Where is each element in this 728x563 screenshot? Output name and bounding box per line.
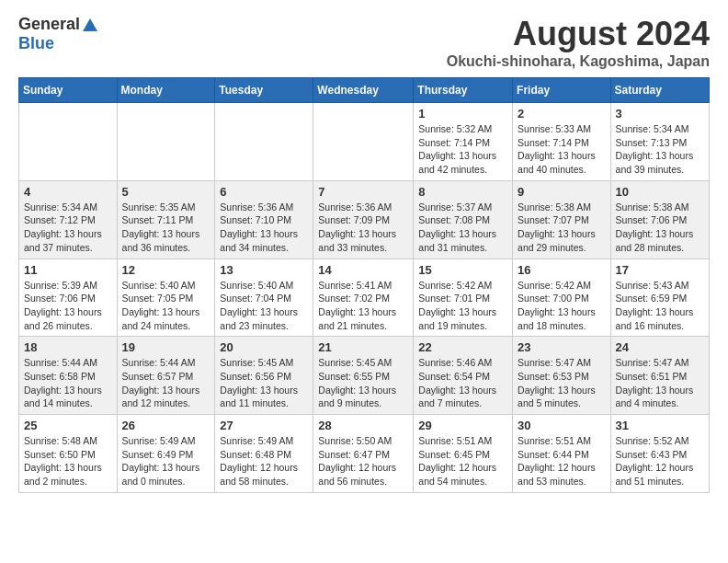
day-number: 27 xyxy=(220,419,308,432)
day-info: Sunrise: 5:40 AMSunset: 7:05 PMDaylight:… xyxy=(122,279,210,333)
table-row: 30Sunrise: 5:51 AMSunset: 6:44 PMDayligh… xyxy=(513,415,611,493)
day-info: Sunrise: 5:41 AMSunset: 7:02 PMDaylight:… xyxy=(318,279,408,333)
table-row: 26Sunrise: 5:49 AMSunset: 6:49 PMDayligh… xyxy=(117,415,215,493)
day-number: 15 xyxy=(418,263,507,277)
day-info: Sunrise: 5:51 AMSunset: 6:44 PMDaylight:… xyxy=(518,434,606,488)
page-header: General Blue August 2024 Okuchi-shinohar… xyxy=(18,15,710,70)
table-row: 5Sunrise: 5:35 AMSunset: 7:11 PMDaylight… xyxy=(117,180,215,259)
day-number: 1 xyxy=(418,107,507,121)
day-info: Sunrise: 5:44 AMSunset: 6:57 PMDaylight:… xyxy=(122,356,210,410)
day-info: Sunrise: 5:44 AMSunset: 6:58 PMDaylight:… xyxy=(24,356,112,410)
logo-blue: Blue xyxy=(18,34,54,52)
header-thursday: Thursday xyxy=(414,78,513,103)
table-row: 28Sunrise: 5:50 AMSunset: 6:47 PMDayligh… xyxy=(313,415,414,493)
day-info: Sunrise: 5:40 AMSunset: 7:04 PMDaylight:… xyxy=(220,279,308,333)
header-monday: Monday xyxy=(117,78,215,103)
table-row: 16Sunrise: 5:42 AMSunset: 7:00 PMDayligh… xyxy=(513,259,611,337)
day-number: 5 xyxy=(122,185,210,199)
day-info: Sunrise: 5:48 AMSunset: 6:50 PMDaylight:… xyxy=(24,434,112,488)
title-area: August 2024 Okuchi-shinohara, Kagoshima,… xyxy=(447,15,710,70)
day-info: Sunrise: 5:38 AMSunset: 7:07 PMDaylight:… xyxy=(518,201,606,255)
month-title: August 2024 xyxy=(447,15,710,53)
table-row: 8Sunrise: 5:37 AMSunset: 7:08 PMDaylight… xyxy=(414,180,513,259)
day-info: Sunrise: 5:47 AMSunset: 6:53 PMDaylight:… xyxy=(518,356,606,410)
day-info: Sunrise: 5:39 AMSunset: 7:06 PMDaylight:… xyxy=(24,279,112,333)
calendar-week-row: 1Sunrise: 5:32 AMSunset: 7:14 PMDaylight… xyxy=(19,103,710,181)
day-number: 22 xyxy=(418,340,507,354)
table-row: 14Sunrise: 5:41 AMSunset: 7:02 PMDayligh… xyxy=(313,259,414,337)
logo: General Blue xyxy=(18,15,98,53)
table-row: 20Sunrise: 5:45 AMSunset: 6:56 PMDayligh… xyxy=(215,337,313,415)
day-number: 18 xyxy=(24,340,112,354)
day-number: 6 xyxy=(220,185,308,199)
table-row: 4Sunrise: 5:34 AMSunset: 7:12 PMDaylight… xyxy=(19,180,118,259)
table-row: 9Sunrise: 5:38 AMSunset: 7:07 PMDaylight… xyxy=(513,180,611,259)
svg-marker-0 xyxy=(83,18,97,31)
table-row: 27Sunrise: 5:49 AMSunset: 6:48 PMDayligh… xyxy=(215,415,313,493)
table-row: 25Sunrise: 5:48 AMSunset: 6:50 PMDayligh… xyxy=(19,415,118,493)
table-row: 31Sunrise: 5:52 AMSunset: 6:43 PMDayligh… xyxy=(610,415,709,493)
table-row: 24Sunrise: 5:47 AMSunset: 6:51 PMDayligh… xyxy=(610,337,709,415)
day-info: Sunrise: 5:33 AMSunset: 7:14 PMDaylight:… xyxy=(518,122,606,177)
day-number: 30 xyxy=(518,419,606,432)
day-info: Sunrise: 5:49 AMSunset: 6:49 PMDaylight:… xyxy=(122,434,210,488)
day-info: Sunrise: 5:38 AMSunset: 7:06 PMDaylight:… xyxy=(616,201,704,255)
table-row: 2Sunrise: 5:33 AMSunset: 7:14 PMDaylight… xyxy=(513,103,611,181)
day-number: 8 xyxy=(418,185,507,199)
day-info: Sunrise: 5:52 AMSunset: 6:43 PMDaylight:… xyxy=(616,434,704,488)
day-info: Sunrise: 5:45 AMSunset: 6:55 PMDaylight:… xyxy=(318,356,408,410)
header-sunday: Sunday xyxy=(19,78,118,103)
day-number: 26 xyxy=(122,419,210,432)
table-row: 10Sunrise: 5:38 AMSunset: 7:06 PMDayligh… xyxy=(610,180,709,259)
table-row: 23Sunrise: 5:47 AMSunset: 6:53 PMDayligh… xyxy=(513,337,611,415)
table-row: 17Sunrise: 5:43 AMSunset: 6:59 PMDayligh… xyxy=(610,259,709,337)
day-number: 16 xyxy=(518,263,606,277)
table-row: 7Sunrise: 5:36 AMSunset: 7:09 PMDaylight… xyxy=(313,180,414,259)
day-number: 25 xyxy=(24,419,112,432)
table-row: 18Sunrise: 5:44 AMSunset: 6:58 PMDayligh… xyxy=(19,337,118,415)
calendar-week-row: 18Sunrise: 5:44 AMSunset: 6:58 PMDayligh… xyxy=(19,337,710,415)
day-number: 21 xyxy=(318,340,408,354)
day-number: 23 xyxy=(518,340,606,354)
day-number: 11 xyxy=(24,263,112,277)
day-info: Sunrise: 5:34 AMSunset: 7:12 PMDaylight:… xyxy=(24,201,112,255)
header-wednesday: Wednesday xyxy=(313,78,414,103)
table-row: 13Sunrise: 5:40 AMSunset: 7:04 PMDayligh… xyxy=(215,259,313,337)
table-row xyxy=(313,103,414,181)
day-info: Sunrise: 5:37 AMSunset: 7:08 PMDaylight:… xyxy=(418,201,507,255)
day-info: Sunrise: 5:45 AMSunset: 6:56 PMDaylight:… xyxy=(220,356,308,410)
day-number: 9 xyxy=(518,185,606,199)
day-info: Sunrise: 5:50 AMSunset: 6:47 PMDaylight:… xyxy=(318,434,408,488)
table-row: 1Sunrise: 5:32 AMSunset: 7:14 PMDaylight… xyxy=(414,103,513,181)
header-friday: Friday xyxy=(513,78,611,103)
day-info: Sunrise: 5:51 AMSunset: 6:45 PMDaylight:… xyxy=(418,434,507,488)
header-row: Sunday Monday Tuesday Wednesday Thursday… xyxy=(19,78,710,103)
day-info: Sunrise: 5:34 AMSunset: 7:13 PMDaylight:… xyxy=(616,122,704,177)
day-info: Sunrise: 5:36 AMSunset: 7:10 PMDaylight:… xyxy=(220,201,308,255)
calendar-week-row: 4Sunrise: 5:34 AMSunset: 7:12 PMDaylight… xyxy=(19,180,710,259)
table-row: 21Sunrise: 5:45 AMSunset: 6:55 PMDayligh… xyxy=(313,337,414,415)
day-number: 14 xyxy=(318,263,408,277)
table-row xyxy=(19,103,118,181)
table-row: 29Sunrise: 5:51 AMSunset: 6:45 PMDayligh… xyxy=(414,415,513,493)
calendar-week-row: 11Sunrise: 5:39 AMSunset: 7:06 PMDayligh… xyxy=(19,259,710,337)
calendar-table: Sunday Monday Tuesday Wednesday Thursday… xyxy=(18,77,710,493)
table-row: 11Sunrise: 5:39 AMSunset: 7:06 PMDayligh… xyxy=(19,259,118,337)
table-row: 3Sunrise: 5:34 AMSunset: 7:13 PMDaylight… xyxy=(610,103,709,181)
day-info: Sunrise: 5:47 AMSunset: 6:51 PMDaylight:… xyxy=(616,356,704,410)
table-row xyxy=(117,103,215,181)
table-row: 15Sunrise: 5:42 AMSunset: 7:01 PMDayligh… xyxy=(414,259,513,337)
day-info: Sunrise: 5:32 AMSunset: 7:14 PMDaylight:… xyxy=(418,122,507,177)
day-number: 31 xyxy=(616,419,704,432)
table-row: 22Sunrise: 5:46 AMSunset: 6:54 PMDayligh… xyxy=(414,337,513,415)
day-info: Sunrise: 5:36 AMSunset: 7:09 PMDaylight:… xyxy=(318,201,408,255)
day-number: 17 xyxy=(616,263,704,277)
day-info: Sunrise: 5:35 AMSunset: 7:11 PMDaylight:… xyxy=(122,201,210,255)
day-info: Sunrise: 5:43 AMSunset: 6:59 PMDaylight:… xyxy=(616,279,704,333)
table-row: 19Sunrise: 5:44 AMSunset: 6:57 PMDayligh… xyxy=(117,337,215,415)
day-number: 19 xyxy=(122,340,210,354)
day-info: Sunrise: 5:49 AMSunset: 6:48 PMDaylight:… xyxy=(220,434,308,488)
day-info: Sunrise: 5:46 AMSunset: 6:54 PMDaylight:… xyxy=(418,356,507,410)
day-number: 10 xyxy=(616,185,704,199)
table-row xyxy=(215,103,313,181)
